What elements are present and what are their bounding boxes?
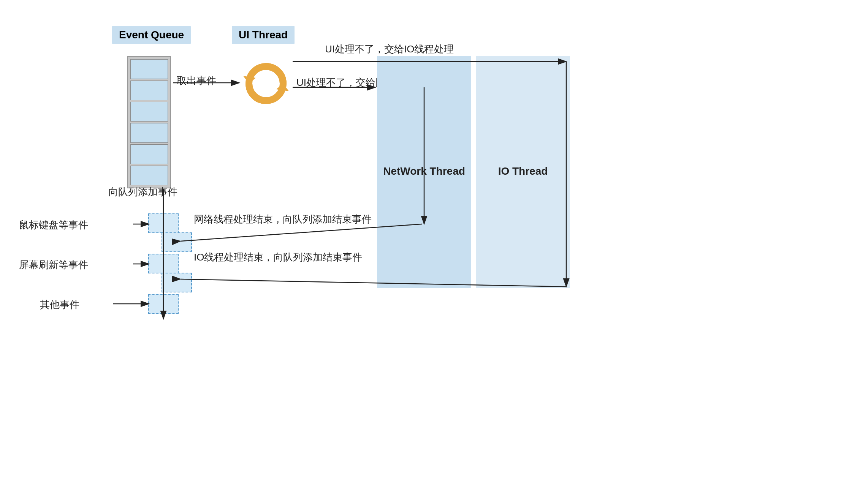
event-queue-stack: [127, 56, 171, 188]
network-done-label: 网络线程处理结束，向队列添加结束事件: [194, 213, 372, 226]
queue-item-4: [130, 123, 168, 143]
svg-rect-4: [476, 56, 570, 288]
add-to-queue-label: 向队列添加事件: [108, 185, 177, 199]
io-event-result-box: [162, 273, 192, 292]
io-done-label: IO线程处理结束，向队列添加结束事件: [194, 251, 362, 264]
take-event-label: 取出事件: [177, 74, 216, 87]
ui-thread-label: UI Thread: [232, 26, 295, 44]
svg-line-13: [181, 224, 422, 241]
mouse-keyboard-label: 鼠标键盘等事件: [19, 218, 88, 232]
ui-thread-cycle-icon: [241, 59, 291, 108]
other-events-label: 其他事件: [40, 298, 79, 311]
diagram-container: Event Queue UI Thread 取出事件 向队列添加事件 鼠标键盘等…: [0, 0, 868, 488]
svg-text:NetWork Thread: NetWork Thread: [383, 165, 465, 177]
queue-item-2: [130, 81, 168, 100]
svg-line-14: [181, 279, 566, 287]
ui-to-io-label: UI处理不了，交给IO线程处理: [325, 43, 454, 56]
queue-item-5: [130, 144, 168, 164]
event-queue-label: Event Queue: [112, 26, 191, 44]
ui-to-network-label: UI处理不了，交给网络线程: [296, 76, 415, 89]
mouse-event-result-box: [162, 232, 192, 252]
queue-item-1: [130, 59, 168, 79]
queue-item-3: [130, 102, 168, 122]
other-event-box: [148, 294, 179, 314]
svg-text:IO Thread: IO Thread: [498, 165, 548, 177]
queue-item-6: [130, 166, 168, 185]
screen-event-box: [148, 254, 179, 273]
screen-refresh-label: 屏幕刷新等事件: [19, 258, 88, 272]
mouse-event-box: [148, 213, 179, 233]
svg-rect-2: [377, 56, 471, 288]
